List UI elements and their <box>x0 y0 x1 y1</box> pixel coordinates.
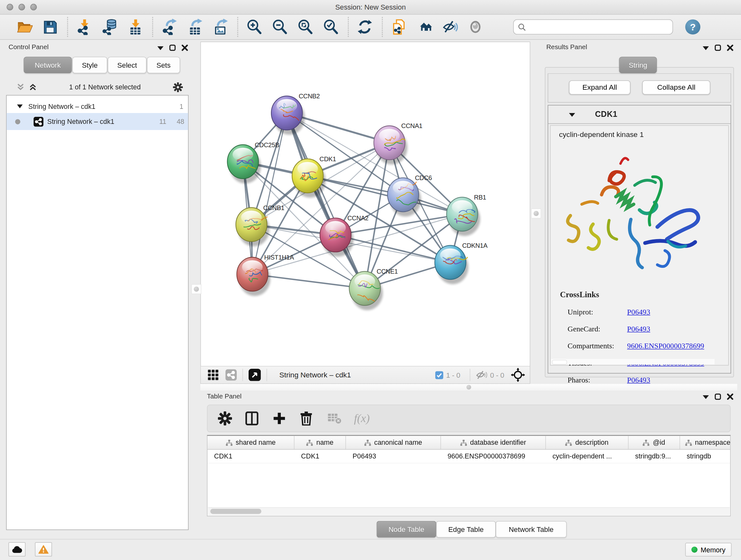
export-image-button[interactable] <box>210 17 231 37</box>
tab-select[interactable]: Select <box>108 57 146 73</box>
close-panel-icon[interactable] <box>182 44 188 51</box>
selected-checkbox-icon[interactable] <box>435 371 443 379</box>
close-panel-icon[interactable] <box>727 393 734 400</box>
crosslink-link[interactable]: 9606.ENSP00000378699 <box>627 342 704 351</box>
cloud-status-button[interactable] <box>9 543 25 557</box>
collapse-panel-icon[interactable] <box>157 46 163 50</box>
column-header-name[interactable]: name <box>294 436 346 449</box>
zoom-out-button[interactable] <box>270 17 291 37</box>
crosslink-link[interactable]: P06493 <box>627 308 650 316</box>
table-cell[interactable]: P06493 <box>346 449 441 462</box>
collapse-all-networks-icon[interactable] <box>29 83 37 91</box>
table-options-button[interactable] <box>217 410 233 426</box>
apply-style-refresh-button[interactable] <box>355 17 376 37</box>
crosslink-link[interactable]: P06493 <box>627 376 650 384</box>
scrollbar-thumb[interactable] <box>210 509 261 514</box>
zoom-fit-button[interactable] <box>295 17 316 37</box>
show-graphics-details-button[interactable] <box>466 17 486 37</box>
minimize-window-button[interactable] <box>18 4 25 10</box>
gene-header[interactable]: CDK1 <box>548 105 731 124</box>
detach-view-icon[interactable] <box>249 369 261 381</box>
string-copy-network-button[interactable] <box>389 17 410 37</box>
show-columns-button[interactable] <box>245 410 260 426</box>
tab-string-results[interactable]: String <box>619 57 657 73</box>
search-input[interactable] <box>529 21 672 33</box>
function-builder-button[interactable]: f(x) <box>354 412 369 425</box>
tab-network-table[interactable]: Network Table <box>495 521 566 538</box>
collection-expander-icon[interactable] <box>17 104 23 108</box>
import-network-button[interactable] <box>74 17 95 37</box>
network-node-CDKN1A[interactable]: CDKN1A <box>434 242 488 284</box>
close-window-button[interactable] <box>7 4 13 10</box>
hide-unhide-button[interactable] <box>440 17 461 37</box>
gene-details-scrollbar[interactable] <box>551 359 715 365</box>
network-edge[interactable] <box>287 113 365 288</box>
tab-style[interactable]: Style <box>72 57 108 73</box>
network-edge[interactable] <box>253 113 287 274</box>
import-database-button[interactable] <box>99 17 120 37</box>
network-node-CCNE1[interactable]: CCNE1 <box>349 268 398 310</box>
tab-edge-table[interactable]: Edge Table <box>436 521 496 538</box>
horizontal-splitter[interactable] <box>200 384 737 390</box>
network-badge-gray-icon[interactable] <box>225 369 237 381</box>
column-header--id[interactable]: @id <box>629 436 680 449</box>
float-panel-icon[interactable] <box>715 393 721 400</box>
network-canvas[interactable]: CCNB2CCNA1CDC25BCDK1CDC6RB1CCNB1CCNA2CDK… <box>201 42 530 366</box>
left-splitter-handle[interactable] <box>192 284 201 294</box>
delete-table-button-disabled[interactable] <box>327 410 342 426</box>
zoom-window-button[interactable] <box>30 4 37 10</box>
column-header-description[interactable]: description <box>546 436 628 449</box>
warnings-button[interactable] <box>35 543 52 557</box>
open-session-button[interactable] <box>15 17 36 37</box>
gene-expander-icon[interactable] <box>569 112 575 117</box>
close-panel-icon[interactable] <box>727 44 734 51</box>
collapse-panel-icon[interactable] <box>703 395 709 399</box>
float-panel-icon[interactable] <box>715 44 721 51</box>
tab-sets[interactable]: Sets <box>147 57 180 73</box>
column-header-database-identifier[interactable]: database identifier <box>441 436 546 449</box>
collapse-all-button[interactable]: Collapse All <box>642 80 710 95</box>
network-node-CDC6[interactable]: CDC6 <box>387 174 432 216</box>
network-node-RB1[interactable]: RB1 <box>447 194 486 236</box>
grid-thumbnails-icon[interactable] <box>207 369 219 381</box>
save-session-button[interactable] <box>40 17 61 37</box>
export-network-button[interactable] <box>159 17 180 37</box>
import-table-button[interactable] <box>125 17 146 37</box>
right-splitter-handle[interactable] <box>531 208 541 219</box>
tab-network[interactable]: Network <box>23 57 72 73</box>
expand-all-button[interactable]: Expand All <box>569 80 630 95</box>
column-header-shared-name[interactable]: shared name <box>207 436 294 449</box>
network-collection-row[interactable]: String Network – cdk1 1 <box>7 99 188 113</box>
zoom-selected-button[interactable] <box>321 17 342 37</box>
network-node-CCNA2[interactable]: CCNA2 <box>320 214 368 257</box>
create-column-button[interactable] <box>272 410 287 426</box>
table-cell[interactable]: cyclin-dependent ... <box>546 449 628 462</box>
show-all-networks-button[interactable] <box>414 17 435 37</box>
network-node-CCNB2[interactable]: CCNB2 <box>271 92 320 135</box>
network-row[interactable]: String Network – cdk1 11 48 <box>7 113 188 130</box>
column-header-namespace[interactable]: namespace <box>680 436 731 449</box>
collapse-panel-icon[interactable] <box>703 46 709 50</box>
table-horizontal-scrollbar[interactable] <box>208 507 730 515</box>
column-header-canonical-name[interactable]: canonical name <box>346 436 441 449</box>
table-cell[interactable]: stringdb <box>680 449 731 462</box>
table-cell[interactable]: CDK1 <box>207 449 294 462</box>
network-node-CCNA1[interactable]: CCNA1 <box>374 122 422 165</box>
table-cell[interactable]: 9606.ENSP00000378699 <box>441 449 546 462</box>
help-button[interactable]: ? <box>685 19 700 35</box>
network-node-CCNB1[interactable]: CCNB1 <box>236 204 284 246</box>
table-cell[interactable]: stringdb:9... <box>629 449 680 462</box>
birdseye-crosshair-icon[interactable] <box>511 368 525 382</box>
memory-button[interactable]: Memory <box>685 543 732 557</box>
network-node-HIST1H1A[interactable]: HIST1H1A <box>237 254 294 296</box>
zoom-in-button[interactable] <box>245 17 265 37</box>
network-options-gear-icon[interactable] <box>173 82 183 92</box>
export-table-button[interactable] <box>185 17 205 37</box>
tab-node-table[interactable]: Node Table <box>377 521 436 538</box>
network-node-CDK1[interactable]: CDK1 <box>292 155 336 198</box>
expand-all-networks-icon[interactable] <box>17 83 24 91</box>
crosslink-link[interactable]: P06493 <box>627 325 650 333</box>
delete-column-button[interactable] <box>299 410 315 426</box>
float-panel-icon[interactable] <box>169 44 176 51</box>
table-cell[interactable]: CDK1 <box>294 449 346 462</box>
